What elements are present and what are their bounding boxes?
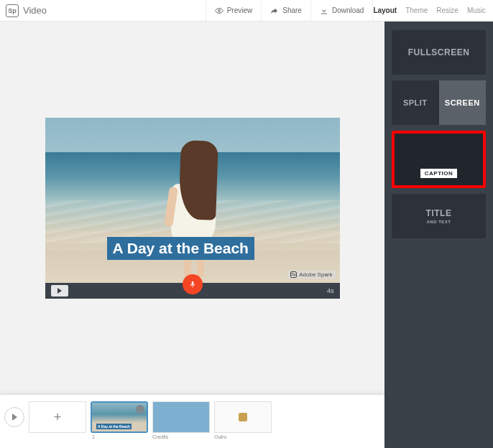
download-icon xyxy=(320,6,328,15)
panel-spacer xyxy=(392,244,486,439)
playbar: 4s xyxy=(45,283,340,299)
watermark-logo-icon: Sp xyxy=(290,271,297,278)
layout-option-fullscreen[interactable]: FULLSCREEN xyxy=(392,30,486,75)
timeline-play-button[interactable] xyxy=(4,407,24,427)
caption-label: CAPTION xyxy=(420,169,458,178)
timeline: + A Day at the Beach 1 Credits Outro xyxy=(0,394,384,448)
svg-point-0 xyxy=(218,9,220,11)
play-icon xyxy=(57,288,62,294)
download-button[interactable]: Download xyxy=(310,0,373,21)
split-left-label: SPLIT xyxy=(392,80,439,125)
microphone-icon xyxy=(189,279,196,289)
menu-tabs: Layout Theme Resize Music xyxy=(373,0,493,21)
thumbnail-caption: A Day at the Beach xyxy=(96,424,132,429)
title-sub-label: AND TEXT xyxy=(427,220,451,224)
clip-number: 1 xyxy=(92,434,148,439)
header-actions: Preview Share Download xyxy=(206,0,374,21)
preview-button[interactable]: Preview xyxy=(206,0,262,21)
tab-theme[interactable]: Theme xyxy=(405,6,428,14)
clip-label: Credits xyxy=(152,434,210,439)
record-voiceover-button[interactable] xyxy=(183,274,203,294)
watermark: Sp Adobe Spark xyxy=(287,271,335,279)
outro-icon xyxy=(239,413,247,421)
share-icon xyxy=(270,6,279,15)
thumbnail-image xyxy=(215,402,271,432)
logo-group: Sp Video xyxy=(0,4,47,17)
tab-layout[interactable]: Layout xyxy=(373,6,397,14)
tab-resize[interactable]: Resize xyxy=(436,6,459,14)
layout-option-splitscreen[interactable]: SPLIT SCREEN xyxy=(392,80,486,125)
play-button[interactable] xyxy=(51,285,68,297)
timeline-clip[interactable]: A Day at the Beach 1 xyxy=(91,401,148,439)
clip-thumbnail[interactable] xyxy=(152,401,210,433)
clip-thumbnail[interactable]: A Day at the Beach xyxy=(91,401,148,433)
plus-icon: + xyxy=(54,410,62,425)
play-icon xyxy=(12,414,17,421)
video-stage[interactable]: A Day at the Beach Sp Adobe Spark xyxy=(45,118,340,283)
app-header: Sp Video Preview Share Download Layout T… xyxy=(0,0,493,22)
share-button[interactable]: Share xyxy=(261,0,310,21)
clip-label: Outro xyxy=(214,434,272,439)
layout-panel: FULLSCREEN SPLIT SCREEN CAPTION TITLE AN… xyxy=(384,22,493,448)
stage-wrap: A Day at the Beach Sp Adobe Spark 4s xyxy=(45,118,340,299)
split-right-label: SCREEN xyxy=(439,80,487,125)
clip-duration: 4s xyxy=(327,287,334,294)
thumbnail-image xyxy=(153,402,209,432)
app-logo-icon: Sp xyxy=(6,4,19,17)
caption-overlay[interactable]: A Day at the Beach xyxy=(107,237,254,260)
layout-option-title[interactable]: TITLE AND TEXT xyxy=(392,194,486,238)
title-main-label: TITLE xyxy=(426,208,452,218)
clip-menu-icon[interactable] xyxy=(136,405,144,414)
app-title: Video xyxy=(23,5,47,16)
layout-option-caption[interactable]: CAPTION xyxy=(392,131,486,188)
layout-label: FULLSCREEN xyxy=(408,47,470,57)
preview-label: Preview xyxy=(227,6,253,14)
download-label: Download xyxy=(332,6,364,14)
clip-thumbnail[interactable] xyxy=(214,401,272,433)
canvas-area: A Day at the Beach Sp Adobe Spark 4s xyxy=(0,22,384,394)
share-label: Share xyxy=(282,6,302,14)
add-slide-button[interactable]: + xyxy=(29,401,86,433)
timeline-clip[interactable]: Outro xyxy=(214,401,272,439)
eye-icon xyxy=(215,6,224,15)
tab-music[interactable]: Music xyxy=(467,6,486,14)
watermark-text: Adobe Spark xyxy=(299,271,332,278)
timeline-clip[interactable]: Credits xyxy=(152,401,210,439)
